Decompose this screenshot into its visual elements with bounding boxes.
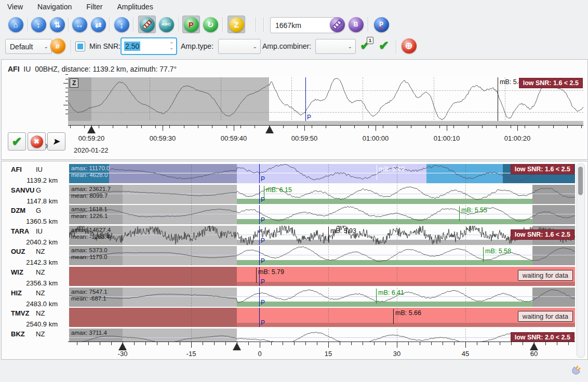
- offset-axis: -30-15015304560: [2, 342, 587, 359]
- window-marker-handle[interactable]: [87, 126, 96, 133]
- status-bar: [0, 359, 588, 382]
- amplitude-marker[interactable]: [498, 77, 498, 121]
- gridline: [191, 308, 192, 327]
- station-row[interactable]: TMVZNZ2540.9 kmPmB: 5.66waiting for data: [2, 308, 575, 327]
- station-row[interactable]: BKZNZamax: 3711.4low SNR: 2.0 < 2.5: [2, 329, 575, 342]
- skip-button[interactable]: ➤✖: [47, 132, 65, 151]
- phase-marker[interactable]: [259, 246, 260, 265]
- station-row[interactable]: OUZNZ2142.3 kmamax: 5373.0mean: 1179.0Pm…: [2, 246, 575, 265]
- target-button[interactable]: ⊕: [400, 37, 418, 54]
- amplitude-marker[interactable]: [483, 247, 484, 262]
- amplitude-marker[interactable]: [256, 268, 257, 283]
- trace-cell[interactable]: PmB: 5.66waiting for data: [69, 308, 575, 327]
- phase-marker[interactable]: [259, 185, 260, 204]
- pick-p-button[interactable]: P: [182, 16, 200, 33]
- shrink-vertical-button[interactable]: ⇅: [48, 16, 66, 33]
- station-distance: 2040.2 km: [17, 238, 58, 246]
- station-row[interactable]: HIZNZ2483.0 kmamax: 7547.1mean: -687.1Pm…: [2, 288, 575, 307]
- amplitude-marker[interactable]: [459, 206, 460, 221]
- scale-amplitude-button[interactable]: ↨: [113, 16, 130, 33]
- hash-button[interactable]: #: [49, 37, 66, 54]
- offset-tick: [88, 342, 89, 345]
- min-snr-checkbox[interactable]: [75, 42, 85, 51]
- offset-tick: [168, 342, 169, 345]
- phase-marker[interactable]: [305, 77, 306, 121]
- amplitude-marker[interactable]: [393, 309, 394, 324]
- accept-button[interactable]: ✔: [8, 132, 26, 151]
- fit-horizontal-button[interactable]: ↔: [71, 16, 88, 33]
- offset-tick-label: -15: [176, 350, 207, 358]
- reject-button[interactable]: ✖: [28, 132, 46, 151]
- offset-tick: [145, 342, 146, 345]
- filter-ruler-icon: [142, 19, 152, 29]
- distance-value: 1667km: [275, 21, 301, 30]
- home-button[interactable]: ⌂: [7, 16, 24, 33]
- offset-tick: [545, 342, 546, 345]
- trace-cell[interactable]: amax: 7547.1mean: -687.1PmB: 6.41: [69, 288, 575, 307]
- scrollbar-thumb[interactable]: [578, 167, 583, 195]
- trace-cell[interactable]: amax: 5373.0mean: 1179.0PmB: 5.58: [69, 246, 575, 265]
- trace-cell[interactable]: amax: 23621.7mean: 8099.7PmB: 6.15: [69, 185, 575, 204]
- phase-marker[interactable]: [259, 288, 260, 307]
- distance-ruler-button[interactable]: [328, 16, 346, 33]
- trace-cell[interactable]: amax: 11170.0mean: 4628.0PmB: 5.49low SN…: [69, 164, 575, 183]
- amplitude-picker-window: View Navigation Filter Amplitudes ⌂ ↕ ⇅ …: [0, 0, 588, 382]
- offset-tick-label: 15: [313, 350, 344, 358]
- sort-button[interactable]: B: [347, 16, 365, 33]
- amp-type-combo[interactable]: ⌄: [218, 39, 261, 54]
- phase-label: P: [261, 278, 265, 285]
- connection-plug-icon[interactable]: [570, 364, 582, 377]
- theoretical-p-button[interactable]: P∿: [372, 16, 390, 33]
- menu-filter[interactable]: Filter: [79, 0, 110, 14]
- time-tick: [581, 125, 582, 128]
- spinner-arrows-icon[interactable]: ⌃⌄: [169, 38, 173, 54]
- offset-tick: [225, 342, 226, 345]
- fit-vertical-button[interactable]: ↕: [30, 16, 47, 33]
- trace-cell[interactable]: amax: 14627.4mean: -1253.4PmB: 5.93low S…: [69, 226, 575, 245]
- recompute-button[interactable]: ↻: [202, 16, 219, 33]
- phase-marker[interactable]: [259, 164, 260, 183]
- station-row[interactable]: TARAIU2040.2 kmamax: 14627.4mean: -1253.…: [2, 226, 575, 245]
- confirm-one-button[interactable]: ✔ 1: [356, 37, 374, 54]
- phase-marker[interactable]: [259, 205, 260, 224]
- distance-spinbox[interactable]: 1667km ⌃⌄: [270, 17, 337, 33]
- trace-cell[interactable]: PmB: 5.79waiting for data: [69, 267, 575, 286]
- offset-tick: [523, 342, 523, 345]
- time-tick: [283, 125, 284, 128]
- menu-view[interactable]: View: [0, 0, 30, 14]
- window-marker-handle[interactable]: [233, 343, 241, 350]
- window-marker-handle[interactable]: [265, 126, 274, 133]
- station-row[interactable]: SANVUG1147.8 kmamax: 23621.7mean: 8099.7…: [2, 185, 575, 204]
- time-tick: [517, 125, 518, 131]
- scrollbar[interactable]: [577, 163, 585, 358]
- shrink-horizontal-button[interactable]: ⇄: [89, 16, 107, 33]
- time-tick: [439, 125, 440, 128]
- min-snr-spinbox[interactable]: 2.50 ⌃⌄: [121, 38, 177, 54]
- amp-combiner-combo[interactable]: ⌄: [315, 39, 356, 54]
- window-marker-handle[interactable]: [118, 343, 127, 350]
- abc-button[interactable]: ABC: [157, 16, 175, 33]
- amplitude-marker[interactable]: [377, 165, 377, 180]
- amplitude-marker[interactable]: [264, 186, 264, 201]
- amplitude-marker[interactable]: [376, 289, 377, 304]
- trace-cell[interactable]: amax: 3711.4low SNR: 2.0 < 2.5: [69, 329, 575, 342]
- confirm-all-button[interactable]: ✔: [375, 37, 393, 54]
- station-row[interactable]: AFIIU1139.2 kmamax: 11170.0mean: 4628.0P…: [2, 164, 575, 183]
- phase-marker[interactable]: [259, 308, 260, 327]
- trace-cell[interactable]: amax: 1618.1mean: 1226.1PmB: 5.55: [69, 205, 575, 224]
- window-marker-handle[interactable]: [530, 343, 538, 350]
- filter-toggle-button[interactable]: [138, 16, 156, 33]
- time-tick: [297, 125, 298, 128]
- fit-vertical-icon: ↕: [36, 21, 41, 29]
- station-row[interactable]: DZMG1360.5 kmamax: 1618.1mean: 1226.1PmB…: [2, 205, 575, 224]
- amplitude-marker[interactable]: [328, 227, 329, 242]
- station-row[interactable]: WIZNZ2356.3 kmPmB: 5.79waiting for data: [2, 267, 575, 286]
- component-z-button[interactable]: Z: [228, 16, 245, 33]
- main-waveform-plot[interactable]: Z P mB: 5.4 low SNR: 1.6 < 2.5: [68, 77, 583, 125]
- time-tick: [468, 125, 469, 128]
- profile-combo[interactable]: Default⌄: [5, 39, 52, 54]
- amp-combiner-label: Amp.combiner:: [262, 42, 311, 50]
- menu-amplitudes[interactable]: Amplitudes: [110, 0, 160, 14]
- menu-navigation[interactable]: Navigation: [30, 0, 79, 14]
- phase-marker[interactable]: [259, 226, 260, 245]
